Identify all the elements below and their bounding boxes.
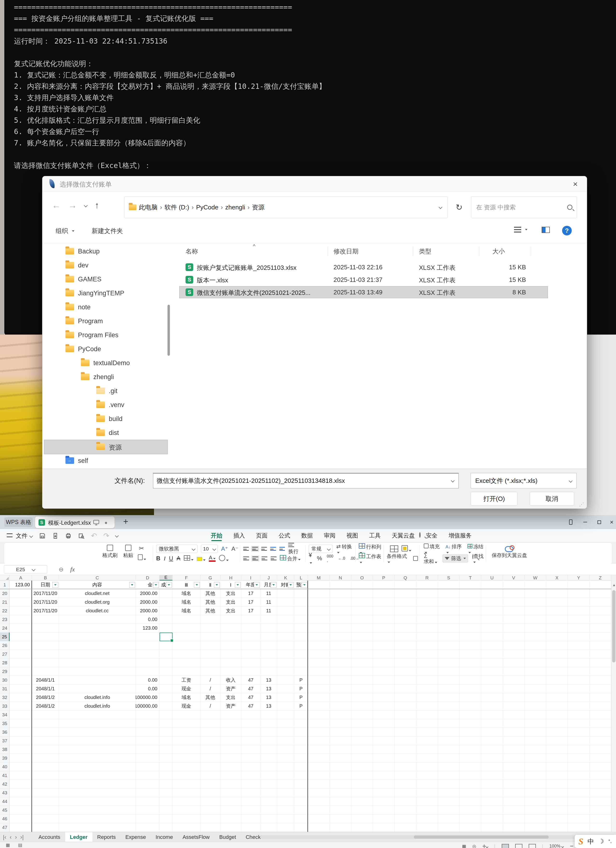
breadcrumb[interactable]: 此电脑›软件 (D:)›PyCode›zhengli›资源 bbox=[124, 196, 448, 218]
cell-B27[interactable] bbox=[32, 650, 59, 658]
cell-J1[interactable]: 月度 bbox=[261, 581, 277, 589]
cell-F26[interactable] bbox=[173, 641, 200, 650]
cell-W22[interactable] bbox=[524, 606, 546, 615]
cell-L39[interactable] bbox=[294, 754, 308, 762]
cell-N28[interactable] bbox=[330, 658, 351, 667]
cell-G36[interactable] bbox=[200, 728, 221, 737]
cell-D43[interactable] bbox=[136, 789, 160, 797]
cell-O42[interactable] bbox=[351, 780, 373, 789]
cell-N35[interactable] bbox=[330, 719, 351, 728]
cell-X33[interactable] bbox=[546, 702, 568, 710]
cell-R24[interactable] bbox=[416, 624, 438, 633]
cell-X43[interactable] bbox=[546, 789, 568, 797]
cell-J25[interactable] bbox=[261, 633, 277, 641]
cell-K21[interactable] bbox=[277, 598, 294, 606]
align-top-icon[interactable] bbox=[243, 547, 249, 551]
cell-K33[interactable] bbox=[277, 702, 294, 710]
cell-H31[interactable]: 资产 bbox=[221, 685, 241, 693]
cell-W20[interactable] bbox=[524, 589, 546, 598]
cell-X39[interactable] bbox=[546, 754, 568, 762]
column-header-A[interactable]: A bbox=[10, 575, 32, 581]
cell-G37[interactable] bbox=[200, 737, 221, 745]
cell-K38[interactable] bbox=[277, 745, 294, 754]
tree-item-note[interactable]: note bbox=[44, 300, 167, 314]
cell-T45[interactable] bbox=[460, 806, 481, 815]
cell-R43[interactable] bbox=[416, 789, 438, 797]
cell-P21[interactable] bbox=[373, 598, 395, 606]
cell-S1[interactable] bbox=[438, 581, 460, 589]
find-button[interactable]: 查找 bbox=[472, 553, 484, 564]
cell-L38[interactable] bbox=[294, 745, 308, 754]
cell-A39[interactable] bbox=[10, 754, 32, 762]
cancel-button[interactable]: 取消 bbox=[530, 492, 574, 506]
cell-N29[interactable] bbox=[330, 667, 351, 676]
cell-K25[interactable] bbox=[277, 633, 294, 641]
cell-A44[interactable] bbox=[10, 797, 32, 806]
cell-S43[interactable] bbox=[438, 789, 460, 797]
column-header-N[interactable]: N bbox=[330, 575, 351, 581]
cell-N34[interactable] bbox=[330, 710, 351, 719]
cell-B21[interactable]: 2017/11/20 bbox=[32, 598, 59, 606]
filter-dropdown-icon[interactable] bbox=[302, 582, 307, 588]
cell-Q26[interactable] bbox=[395, 641, 416, 650]
cell-G30[interactable]: / bbox=[200, 676, 221, 685]
cell-N46[interactable] bbox=[330, 815, 351, 823]
cell-T25[interactable] bbox=[460, 633, 481, 641]
cell-F44[interactable] bbox=[173, 797, 200, 806]
cell-T34[interactable] bbox=[460, 710, 481, 719]
cell-H29[interactable] bbox=[221, 667, 241, 676]
borders-button[interactable] bbox=[184, 555, 194, 562]
hamburger-icon[interactable] bbox=[7, 534, 12, 537]
tree-item-资源[interactable]: 资源 bbox=[44, 440, 167, 454]
row-header-31[interactable]: 31 bbox=[0, 685, 10, 693]
cell-F45[interactable] bbox=[173, 806, 200, 815]
cell-D36[interactable] bbox=[136, 728, 160, 737]
cell-Q43[interactable] bbox=[395, 789, 416, 797]
cell-B39[interactable] bbox=[32, 754, 59, 762]
cell-A23[interactable] bbox=[10, 615, 32, 624]
name-box[interactable]: E25 bbox=[4, 565, 47, 574]
cell-O47[interactable] bbox=[351, 823, 373, 832]
sheet-tab-Budget[interactable]: Budget bbox=[215, 832, 241, 842]
cell-I20[interactable]: 17 bbox=[241, 589, 261, 598]
cell-P36[interactable] bbox=[373, 728, 395, 737]
cell-K1[interactable]: 对账 bbox=[277, 581, 294, 589]
cell-H43[interactable] bbox=[221, 789, 241, 797]
cell-style-button[interactable] bbox=[401, 545, 411, 552]
cell-U24[interactable] bbox=[481, 624, 503, 633]
cell-Y41[interactable] bbox=[568, 771, 589, 780]
cell-Z32[interactable] bbox=[589, 693, 611, 702]
row-header-34[interactable]: 34 bbox=[0, 710, 10, 719]
cell-C28[interactable] bbox=[59, 658, 136, 667]
cell-I41[interactable] bbox=[241, 771, 261, 780]
cell-A22[interactable] bbox=[10, 606, 32, 615]
cell-W46[interactable] bbox=[524, 815, 546, 823]
cell-T24[interactable] bbox=[460, 624, 481, 633]
cell-R38[interactable] bbox=[416, 745, 438, 754]
cell-V29[interactable] bbox=[503, 667, 524, 676]
comma-style-icon[interactable]: 000, bbox=[327, 554, 333, 563]
font-name-select[interactable]: 微软雅黑 bbox=[156, 545, 198, 553]
insert-function-icon[interactable]: fx bbox=[70, 566, 75, 573]
cell-B41[interactable] bbox=[32, 771, 59, 780]
cell-U31[interactable] bbox=[481, 685, 503, 693]
cell-U37[interactable] bbox=[481, 737, 503, 745]
cell-H36[interactable] bbox=[221, 728, 241, 737]
cell-N30[interactable] bbox=[330, 676, 351, 685]
cell-A26[interactable] bbox=[10, 641, 32, 650]
cell-R46[interactable] bbox=[416, 815, 438, 823]
cell-W33[interactable] bbox=[524, 702, 546, 710]
vertical-scroll-thumb[interactable] bbox=[612, 590, 616, 663]
cell-L36[interactable] bbox=[294, 728, 308, 737]
column-header-V[interactable]: V bbox=[503, 575, 524, 581]
cell-G27[interactable] bbox=[200, 650, 221, 658]
cell-Q46[interactable] bbox=[395, 815, 416, 823]
cell-I39[interactable] bbox=[241, 754, 261, 762]
cell-C39[interactable] bbox=[59, 754, 136, 762]
align-bottom-icon[interactable] bbox=[261, 547, 267, 551]
cell-S35[interactable] bbox=[438, 719, 460, 728]
cell-W37[interactable] bbox=[524, 737, 546, 745]
cell-X30[interactable] bbox=[546, 676, 568, 685]
cell-N39[interactable] bbox=[330, 754, 351, 762]
column-header-size[interactable]: 大小 bbox=[492, 245, 505, 258]
